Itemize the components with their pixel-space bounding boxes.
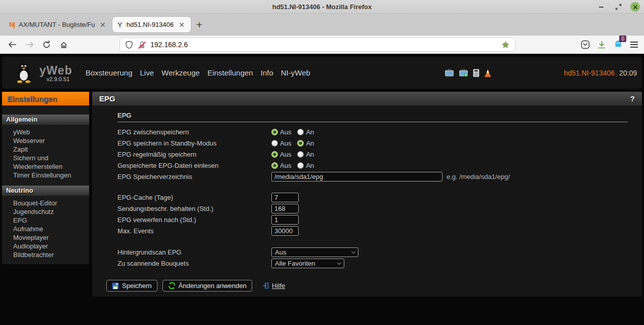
reload-button[interactable] [41, 39, 53, 51]
tab-bugliste[interactable]: N| AX/MUTANT - Bugliste/Funk ✕ [4, 16, 112, 33]
help-question-button[interactable]: ? [630, 94, 635, 103]
sidebar-item-jugendschutz[interactable]: Jugendschutz [13, 207, 86, 216]
restore-button[interactable] [613, 2, 623, 12]
nav-werkzeuge[interactable]: Werkzeuge [162, 68, 200, 77]
tv-icon[interactable] [445, 69, 454, 77]
tab-close-icon[interactable]: ✕ [99, 21, 107, 29]
forward-button[interactable] [23, 39, 35, 51]
remote-control-icon[interactable] [473, 68, 479, 77]
vlc-cone-icon[interactable] [484, 68, 492, 77]
radio-label[interactable]: Aus [280, 151, 291, 158]
sidebar-item-aufnahme[interactable]: Aufnahme [13, 225, 86, 233]
radio-an[interactable] [297, 140, 304, 147]
radio-label[interactable]: An [306, 151, 314, 158]
save-button[interactable]: Speichern [106, 280, 157, 292]
tab-label: hd51.NI-913406 [127, 21, 174, 28]
epg-dir-input[interactable] [271, 172, 442, 182]
url-bar[interactable]: 192.168.2.6 [119, 38, 515, 52]
yweb-page: yWeb v2.9.0.51 Boxsteuerung Live Werkzeu… [0, 54, 644, 325]
scan-bouquets-select[interactable]: Alle Favoriten [271, 259, 344, 268]
shield-icon [125, 41, 133, 49]
apply-changes-button[interactable]: Änderungen anwenden [163, 280, 252, 292]
epg-cache-input[interactable] [271, 193, 299, 202]
floppy-save-icon [112, 282, 119, 290]
chevron-down-icon [351, 249, 355, 253]
radio-an[interactable] [297, 162, 304, 169]
field-label: EPG-Cache (Tage) [117, 194, 271, 201]
sidebar-item-bildbetrachter[interactable]: Bildbetrachter [13, 250, 86, 259]
download-icon[interactable] [597, 41, 606, 49]
background-scan-select[interactable]: Aus [271, 247, 358, 257]
yweb-logo[interactable]: yWeb v2.9.0.51 [14, 62, 72, 84]
radio-aus[interactable] [271, 140, 278, 147]
minimize-button[interactable] [596, 2, 606, 12]
radio-aus[interactable] [271, 162, 278, 169]
tab-label: AX/MUTANT - Bugliste/Funk [19, 21, 95, 28]
sidebar-item-timer[interactable]: Timer Einstellungen [13, 171, 86, 179]
field-label: EPG verwerfen nach (Std.) [117, 216, 271, 224]
field-label: Max. Events [117, 227, 271, 235]
field-label: EPG Speicherverzeichnis [117, 173, 271, 180]
forward-icon [25, 41, 34, 48]
sidebar-item-sichern[interactable]: Sichern und Wiederherstellen [13, 154, 86, 171]
sidebar-section-neutrino: Neutrino [2, 186, 89, 196]
extendedtext-hours-input[interactable] [271, 204, 299, 213]
tux-penguin-icon [14, 62, 33, 84]
field-label: EPG speichern in Standby-Modus [117, 139, 271, 147]
dir-hint: e.g. /media/sda1/epg/ [447, 173, 510, 180]
back-button[interactable] [6, 39, 18, 51]
home-icon [60, 41, 68, 49]
radio-label[interactable]: Aus [280, 162, 291, 169]
home-button[interactable] [58, 39, 70, 51]
old-events-input[interactable] [271, 215, 299, 225]
extension-button[interactable]: 0 [614, 39, 623, 50]
yweb-logo-name: yWeb [39, 64, 72, 78]
field-label: Hintergrundscan EPG [117, 248, 271, 256]
tab-hd51[interactable]: Y hd51.NI-913406 ✕ [112, 16, 191, 33]
sidebar-item-bouquet-editor[interactable]: Bouquet-Editor [13, 199, 86, 207]
menu-button[interactable] [630, 42, 638, 47]
url-text[interactable]: 192.168.2.6 [150, 41, 501, 49]
close-button[interactable] [630, 2, 640, 12]
radio-an[interactable] [297, 129, 304, 135]
radio-label[interactable]: An [306, 128, 314, 136]
radio-label[interactable]: An [306, 162, 314, 169]
radio-label[interactable]: Aus [280, 128, 291, 136]
extension-badge: 0 [619, 35, 626, 42]
window-titlebar: hd51.NI-913406 - Mozilla Firefox [0, 0, 644, 14]
help-link-icon [262, 282, 269, 289]
nav-ni-yweb[interactable]: NI-yWeb [281, 68, 310, 77]
sidebar-item-yweb[interactable]: yWeb [13, 128, 86, 136]
sidebar-item-zapit[interactable]: Zapit [13, 145, 86, 154]
epg-settings-panel: EPG ? EPG EPG zwischenspeichern Aus An E… [92, 92, 642, 297]
sidebar-item-audioplayer[interactable]: Audioplayer [13, 242, 86, 250]
radio-label[interactable]: Aus [280, 139, 291, 147]
section-legend: EPG [117, 112, 628, 122]
nav-boxsteuerung[interactable]: Boxsteuerung [86, 68, 133, 77]
yweb-header: yWeb v2.9.0.51 Boxsteuerung Live Werkzeu… [2, 57, 642, 89]
radio-label[interactable]: An [306, 139, 314, 147]
max-events-input[interactable] [271, 226, 299, 236]
settings-sidebar: Einstellungen Allgemein yWeb Webserver Z… [2, 92, 89, 264]
sidebar-item-movieplayer[interactable]: Movieplayer [13, 233, 86, 242]
minimize-icon [599, 7, 603, 8]
reload-icon [43, 41, 51, 49]
radio-aus[interactable] [271, 129, 278, 135]
tv-add-icon[interactable] [459, 69, 468, 77]
bookmark-star-icon[interactable] [501, 41, 510, 49]
field-label: EPG zwischenspeichern [117, 128, 271, 136]
sidebar-item-epg[interactable]: EPG [13, 216, 86, 225]
pocket-icon[interactable] [581, 40, 590, 49]
nav-live[interactable]: Live [140, 68, 154, 77]
radio-aus[interactable] [271, 151, 278, 158]
help-link[interactable]: Hilfe [272, 282, 285, 290]
nav-einstellungen[interactable]: Einstellungen [208, 68, 253, 77]
tab-close-icon[interactable]: ✕ [178, 21, 186, 29]
main-nav: Boxsteuerung Live Werkzeuge Einstellunge… [86, 68, 310, 77]
sidebar-item-webserver[interactable]: Webserver [13, 136, 86, 145]
radio-an[interactable] [297, 151, 304, 158]
nav-info[interactable]: Info [261, 68, 273, 77]
new-tab-button[interactable]: + [196, 19, 203, 31]
field-label: Gespeicherte EPG-Daten einlesen [117, 162, 271, 169]
select-value: Aus [275, 248, 286, 256]
